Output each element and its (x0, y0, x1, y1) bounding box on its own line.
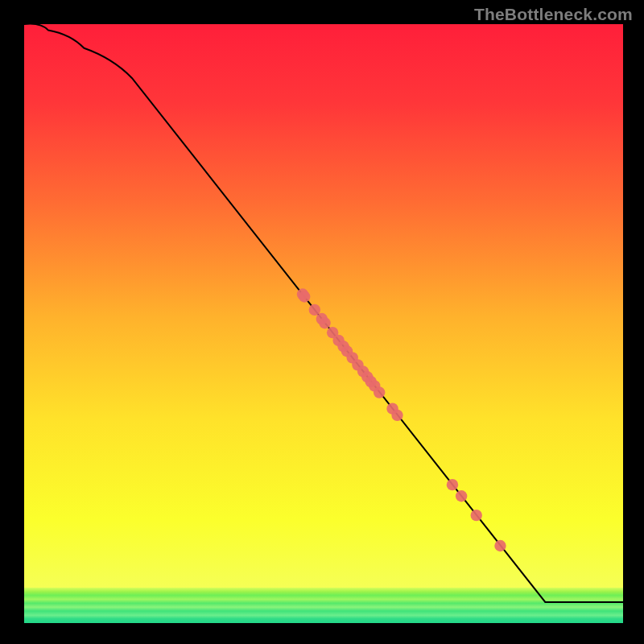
data-marker (299, 291, 310, 302)
data-marker (309, 304, 320, 316)
data-marker (447, 479, 458, 490)
data-marker (374, 386, 385, 398)
watermark-label: TheBottleneck.com (474, 5, 633, 24)
data-marker (456, 490, 467, 502)
heat-gradient-bg (24, 24, 623, 588)
data-marker (391, 410, 402, 421)
chart-svg (24, 24, 623, 623)
green-band (24, 588, 623, 623)
plot-area (24, 24, 623, 623)
data-marker (494, 540, 506, 551)
data-marker (471, 510, 482, 521)
chart-stage: TheBottleneck.com (0, 0, 644, 644)
data-marker (319, 317, 330, 328)
